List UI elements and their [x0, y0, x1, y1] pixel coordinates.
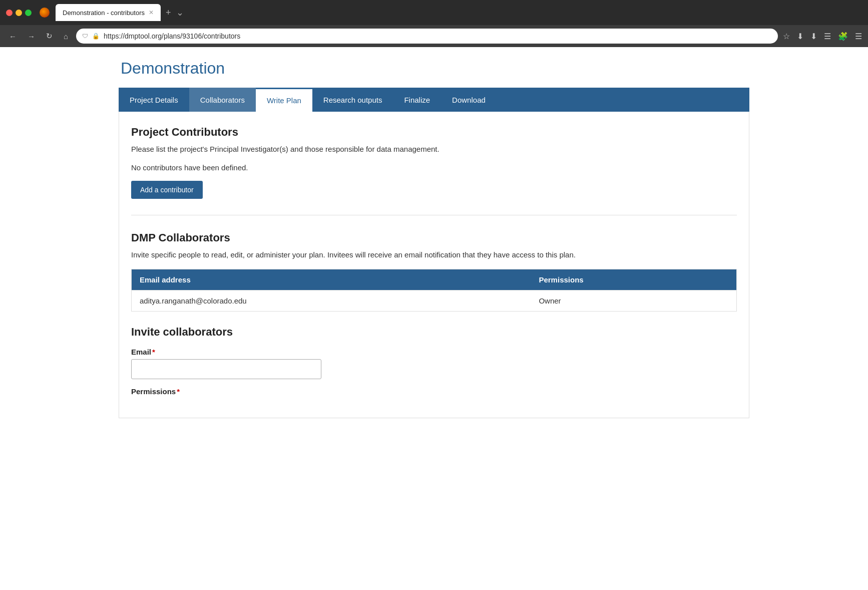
close-tab-button[interactable]: ✕: [149, 9, 154, 16]
page-content: Demonstration Project Details Collaborat…: [109, 47, 759, 418]
back-button[interactable]: ←: [6, 30, 20, 43]
collaborator-permissions: Owner: [531, 290, 700, 312]
dmp-collaborators-title: DMP Collaborators: [131, 231, 737, 244]
menu-icon[interactable]: ☰: [855, 32, 862, 41]
browser-window-controls: [6, 10, 32, 16]
tab-title: Demonstration - contributors: [63, 9, 145, 17]
add-contributor-button[interactable]: Add a contributor: [131, 181, 203, 199]
main-nav-tabs: Project Details Collaborators Write Plan…: [119, 88, 749, 112]
email-form-group: Email*: [131, 348, 737, 379]
table-row: aditya.ranganath@colorado.edu Owner: [132, 290, 737, 312]
minimize-window-button[interactable]: [16, 10, 22, 16]
permissions-required-star: *: [177, 387, 180, 396]
active-browser-tab[interactable]: Demonstration - contributors ✕: [56, 4, 161, 21]
tab-project-details[interactable]: Project Details: [119, 88, 189, 112]
email-required-star: *: [152, 348, 155, 356]
project-contributors-description: Please list the project's Principal Inve…: [131, 145, 737, 153]
permissions-label: Permissions*: [131, 387, 737, 396]
downloads-icon[interactable]: ⬇: [810, 32, 817, 41]
close-window-button[interactable]: [6, 10, 13, 16]
tab-download[interactable]: Download: [441, 88, 497, 112]
email-input[interactable]: [131, 359, 321, 379]
page-title: Demonstration: [119, 59, 749, 78]
home-button[interactable]: ⌂: [61, 30, 71, 43]
forward-button[interactable]: →: [25, 30, 38, 43]
tab-write-plan[interactable]: Write Plan: [256, 88, 312, 112]
address-bar[interactable]: 🛡 🔒 https://dmptool.org/plans/93106/cont…: [76, 29, 778, 44]
url-text: https://dmptool.org/plans/93106/contribu…: [104, 32, 240, 40]
bookmark-star-icon[interactable]: ☆: [783, 32, 790, 41]
reload-button[interactable]: ↻: [43, 30, 56, 43]
maximize-window-button[interactable]: [25, 10, 32, 16]
tab-research-outputs[interactable]: Research outputs: [312, 88, 393, 112]
shield-icon: 🛡: [82, 33, 88, 40]
tab-finalize[interactable]: Finalize: [393, 88, 441, 112]
project-contributors-title: Project Contributors: [131, 126, 737, 139]
permissions-form-group: Permissions*: [131, 387, 737, 396]
collaborators-table: Email address Permissions aditya.rangana…: [131, 269, 737, 312]
new-tab-button[interactable]: +: [163, 8, 174, 18]
browser-nav-actions: ☆ ⬇ ⬇ ☰ 🧩 ☰: [783, 32, 862, 41]
main-content-area: Project Contributors Please list the pro…: [119, 112, 749, 418]
pocket-icon[interactable]: ⬇: [797, 32, 803, 41]
project-contributors-section: Project Contributors Please list the pro…: [131, 126, 737, 199]
invite-collaborators-title: Invite collaborators: [131, 326, 737, 339]
collaborator-actions-cell: [700, 290, 737, 312]
tab-collaborators[interactable]: Collaborators: [189, 88, 256, 112]
table-header-actions: [700, 269, 737, 290]
tab-list-chevron[interactable]: ⌄: [176, 7, 184, 18]
lock-icon: 🔒: [92, 33, 100, 40]
dmp-collaborators-description: Invite specific people to read, edit, or…: [131, 250, 737, 259]
extensions-icon[interactable]: 🧩: [838, 32, 848, 41]
dmp-collaborators-section: DMP Collaborators Invite specific people…: [131, 231, 737, 312]
tab-bar: Demonstration - contributors ✕ + ⌄: [56, 4, 184, 21]
browser-nav-bar: ← → ↻ ⌂ 🛡 🔒 https://dmptool.org/plans/93…: [0, 25, 868, 47]
email-label: Email*: [131, 348, 737, 356]
collaborator-email: aditya.ranganath@colorado.edu: [132, 290, 531, 312]
browser-chrome: Demonstration - contributors ✕ + ⌄: [0, 0, 868, 25]
table-header-permissions: Permissions: [531, 269, 700, 290]
no-contributors-message: No contributors have been defined.: [131, 163, 737, 172]
firefox-icon: [40, 8, 50, 18]
table-header-email: Email address: [132, 269, 531, 290]
section-divider: [131, 215, 737, 215]
reader-view-icon[interactable]: ☰: [824, 32, 831, 41]
invite-collaborators-section: Invite collaborators Email* Permissions*: [131, 326, 737, 396]
